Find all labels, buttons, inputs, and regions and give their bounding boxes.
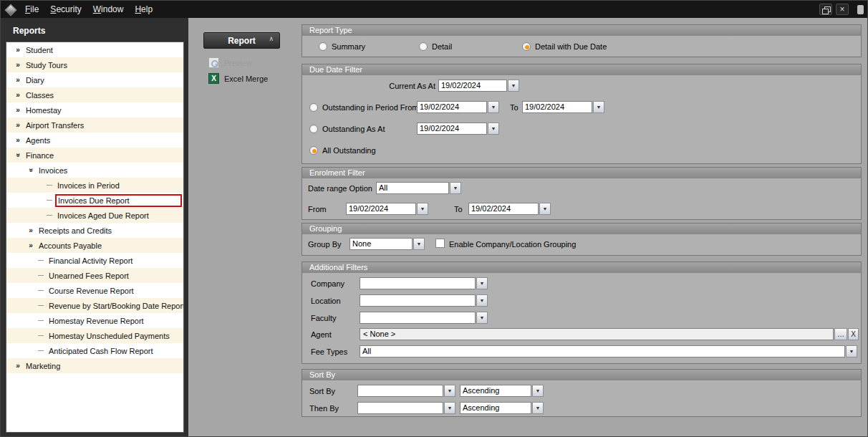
agent-clear-button[interactable]: X bbox=[848, 328, 859, 340]
expand-arrow-icon[interactable]: » bbox=[25, 226, 37, 234]
radio-icon[interactable] bbox=[419, 42, 428, 51]
menu-security[interactable]: Security bbox=[44, 2, 87, 16]
expand-arrow-icon[interactable]: » bbox=[12, 362, 24, 370]
tree-item[interactable]: »Student bbox=[6, 42, 183, 57]
summary-radio[interactable]: Summary bbox=[319, 42, 365, 51]
location-input[interactable] bbox=[360, 294, 476, 307]
expand-arrow-icon[interactable]: » bbox=[12, 106, 24, 114]
radio-icon[interactable] bbox=[309, 146, 318, 155]
radio-icon[interactable] bbox=[309, 125, 318, 133]
tree-item[interactable]: »Diary bbox=[6, 72, 183, 87]
agent-browse-button[interactable]: … bbox=[834, 328, 847, 340]
report-panel-header-button[interactable]: Report ∧ bbox=[203, 32, 280, 49]
radio-icon[interactable] bbox=[309, 103, 318, 112]
fee-types-input[interactable]: All bbox=[360, 345, 845, 357]
dropdown-arrow-icon[interactable]: ▼ bbox=[539, 203, 551, 215]
tree-item[interactable]: Course Revenue Report bbox=[6, 283, 183, 298]
close-window-icon[interactable]: × bbox=[836, 4, 849, 15]
tree-item-label: Finance bbox=[24, 150, 56, 161]
dropdown-arrow-icon[interactable]: ▼ bbox=[444, 385, 455, 397]
expand-arrow-icon[interactable]: » bbox=[12, 46, 24, 54]
app-logo-icon bbox=[4, 4, 16, 15]
faculty-input[interactable] bbox=[360, 312, 476, 324]
enable-grouping-checkbox[interactable] bbox=[435, 239, 445, 248]
outstanding-as-at-date-input[interactable]: 19/02/2024 bbox=[417, 123, 487, 135]
agent-input[interactable]: < None > bbox=[360, 328, 834, 340]
date-range-option-input[interactable]: All bbox=[376, 182, 449, 194]
dropdown-arrow-icon[interactable]: ▼ bbox=[532, 385, 544, 397]
outstanding-as-at-radio[interactable]: Outstanding As At bbox=[309, 125, 385, 133]
dropdown-arrow-icon[interactable]: ▼ bbox=[476, 277, 488, 289]
tree-item[interactable]: Invoices Aged Due Report bbox=[6, 208, 183, 223]
tree-item[interactable]: »Accounts Payable bbox=[6, 238, 183, 253]
tree-item[interactable]: »Marketing bbox=[6, 358, 183, 373]
expand-arrow-icon[interactable]: » bbox=[12, 91, 24, 99]
enrolment-filter-header: Enrolment Filter bbox=[302, 168, 861, 178]
tree-item[interactable]: »Receipts and Credits bbox=[6, 223, 183, 238]
tree-item[interactable]: »Finance bbox=[6, 148, 183, 163]
enrolment-from-date-input[interactable]: 19/02/2024 bbox=[346, 203, 416, 215]
radio-icon[interactable] bbox=[522, 42, 531, 51]
dropdown-arrow-icon[interactable]: ▼ bbox=[593, 101, 604, 113]
enrolment-to-date-input[interactable]: 19/02/2024 bbox=[468, 203, 539, 215]
collapse-arrow-icon[interactable]: » bbox=[14, 150, 22, 161]
menu-window[interactable]: Window bbox=[87, 2, 130, 16]
restore-window-icon[interactable] bbox=[819, 4, 832, 15]
dropdown-arrow-icon[interactable]: ▼ bbox=[444, 402, 455, 414]
preview-icon bbox=[208, 57, 219, 68]
dropdown-arrow-icon[interactable]: ▼ bbox=[488, 123, 499, 135]
tree-item[interactable]: »Study Tours bbox=[6, 57, 183, 72]
current-as-at-date-input[interactable]: 19/02/2024 bbox=[438, 80, 507, 92]
dropdown-arrow-icon[interactable]: ▼ bbox=[488, 101, 499, 113]
tree-item[interactable]: »Homestay bbox=[6, 102, 183, 117]
company-input[interactable] bbox=[360, 277, 476, 289]
preview-button[interactable]: Preview bbox=[208, 57, 252, 68]
dropdown-arrow-icon[interactable]: ▼ bbox=[846, 345, 857, 357]
tree-item[interactable]: »Classes bbox=[6, 87, 183, 102]
tree-item[interactable]: Revenue by Start/Booking Date Report bbox=[6, 298, 183, 313]
expand-arrow-icon[interactable]: » bbox=[12, 121, 24, 129]
enrolment-from-date-combo: 19/02/2024 ▼ bbox=[346, 203, 428, 215]
tree-item[interactable]: »Airport Transfers bbox=[6, 117, 183, 133]
faculty-label: Faculty bbox=[311, 314, 336, 322]
dropdown-arrow-icon[interactable]: ▼ bbox=[476, 294, 488, 307]
group-by-input[interactable]: None bbox=[349, 238, 413, 250]
menu-help[interactable]: Help bbox=[129, 2, 158, 16]
menu-file[interactable]: File bbox=[19, 2, 44, 16]
then-by-input[interactable] bbox=[357, 402, 443, 414]
tree-item[interactable]: Financial Activity Report bbox=[6, 253, 183, 268]
sort-by-input[interactable] bbox=[357, 385, 443, 397]
tree-item-label: Diary bbox=[24, 75, 47, 86]
outstanding-in-period-radio[interactable]: Outstanding in Period From bbox=[309, 103, 417, 112]
dropdown-arrow-icon[interactable]: ▼ bbox=[476, 312, 488, 324]
all-outstanding-radio[interactable]: All Outstanding bbox=[309, 146, 376, 155]
dropdown-arrow-icon[interactable]: ▼ bbox=[532, 402, 544, 414]
dropdown-arrow-icon[interactable]: ▼ bbox=[413, 238, 425, 250]
dropdown-arrow-icon[interactable]: ▼ bbox=[508, 80, 519, 92]
then-by-direction-input[interactable]: Ascending bbox=[460, 402, 531, 414]
tree-item[interactable]: Homestay Revenue Report bbox=[6, 313, 183, 328]
tree-item[interactable]: Homestay Unscheduled Payments bbox=[6, 328, 183, 343]
excel-merge-button[interactable]: X Excel Merge bbox=[208, 73, 268, 84]
tree-item[interactable]: Anticipated Cash Flow Report bbox=[6, 343, 183, 358]
outstanding-to-date-input[interactable]: 19/02/2024 bbox=[522, 101, 592, 113]
tree-item[interactable]: »Invoices bbox=[6, 163, 183, 178]
tree-item[interactable]: »Agents bbox=[6, 133, 183, 148]
dropdown-arrow-icon[interactable]: ▼ bbox=[417, 203, 428, 215]
outstanding-from-date-input[interactable]: 19/02/2024 bbox=[417, 101, 487, 113]
group-by-combo: None ▼ bbox=[349, 238, 425, 250]
tree-item[interactable]: Unearned Fees Report bbox=[6, 268, 183, 283]
tree-item[interactable]: Invoices Due Report bbox=[6, 193, 183, 208]
sort-by-direction-input[interactable]: Ascending bbox=[460, 385, 531, 397]
tree-connector-dash bbox=[38, 343, 47, 358]
collapse-arrow-icon[interactable]: » bbox=[27, 165, 35, 176]
expand-arrow-icon[interactable]: » bbox=[12, 61, 24, 69]
expand-arrow-icon[interactable]: » bbox=[12, 136, 24, 144]
detail-radio[interactable]: Detail bbox=[419, 42, 452, 51]
expand-arrow-icon[interactable]: » bbox=[12, 76, 24, 84]
dropdown-arrow-icon[interactable]: ▼ bbox=[450, 182, 461, 194]
detail-with-due-date-radio[interactable]: Detail with Due Date bbox=[522, 42, 607, 51]
tree-item[interactable]: Invoices in Period bbox=[6, 178, 183, 193]
radio-icon[interactable] bbox=[319, 42, 327, 51]
expand-arrow-icon[interactable]: » bbox=[25, 241, 37, 249]
